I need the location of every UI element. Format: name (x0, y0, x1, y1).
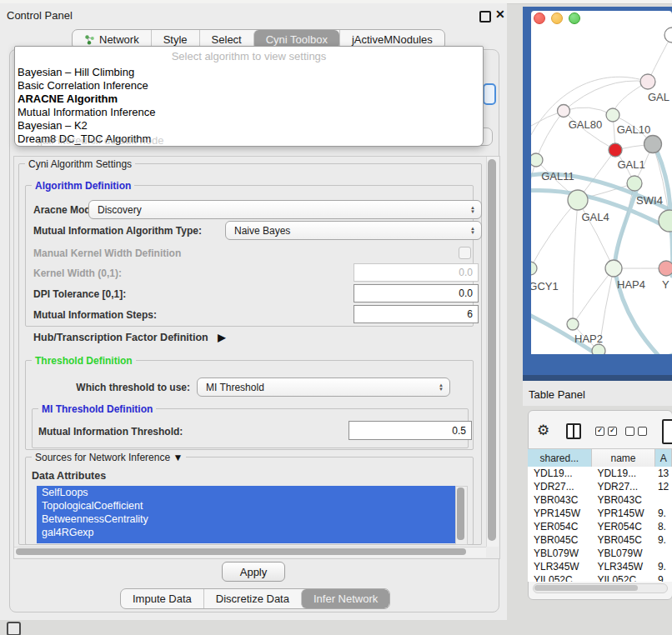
columns-icon[interactable] (566, 423, 581, 439)
algorithm-option-mutual-information-inference[interactable]: Mutual Information Inference (18, 106, 155, 119)
mi-steps-field[interactable]: 6 (354, 305, 479, 323)
close-traffic-light[interactable] (534, 12, 545, 24)
network-node-y[interactable] (659, 261, 672, 276)
apply-button[interactable]: Apply (222, 562, 285, 582)
network-node-gal80[interactable] (558, 105, 570, 118)
dpi-tolerance-field[interactable]: 0.0 (354, 284, 479, 302)
spinner-arrows-icon: ▲▼ (470, 206, 475, 214)
table-horizontal-scrollbar-thumb[interactable] (534, 585, 638, 591)
mi-algorithm-type-select[interactable]: Naive Bayes ▲▼ (225, 221, 482, 240)
show-columns-icon[interactable]: ✓✓ (595, 427, 617, 436)
attributes-list-scrollbar-thumb[interactable] (457, 488, 464, 540)
algorithm-option-bayesian-k2[interactable]: Bayesian – K2 (18, 119, 88, 132)
column-header-a[interactable]: A (655, 448, 672, 467)
hide-columns-icon[interactable] (625, 427, 647, 436)
network-node-gcy1[interactable] (531, 262, 537, 275)
algorithm-dropdown-placeholder: Select algorithm to view settings (15, 50, 483, 62)
network-node[interactable] (644, 136, 662, 153)
tab-infer-network[interactable]: Infer Network (301, 589, 389, 608)
algorithm-option-bayesian-hill-climbing[interactable]: Bayesian – Hill Climbing (18, 66, 134, 79)
node-label-gcy1: GCY1 (531, 280, 559, 292)
table-cell: 8. (655, 520, 672, 533)
dock-panel-icon[interactable] (7, 622, 21, 635)
table-cell: YDL19... (591, 467, 654, 480)
node-label-hap4: HAP4 (617, 278, 645, 291)
table-cell: YER054C (528, 520, 591, 533)
column-header-name[interactable]: name (592, 448, 656, 467)
network-icon (84, 34, 95, 45)
float-panel-icon[interactable] (479, 11, 491, 22)
network-node-swi4[interactable] (627, 176, 642, 191)
algorithm-dropdown-list: Select algorithm to view settings Bayesi… (14, 46, 484, 147)
network-node-gal4[interactable] (568, 190, 588, 210)
table-row[interactable]: YBR045CYBR045C9. (528, 533, 672, 547)
kernel-width-field[interactable]: 0.0 (354, 263, 479, 282)
expand-right-icon[interactable]: ▶ (218, 332, 225, 343)
table-mode-icon[interactable] (662, 419, 672, 444)
table-panel-title: Table Panel (529, 388, 585, 401)
close-icon[interactable]: ✕ (495, 8, 505, 21)
node-label-gal4: GAL4 (581, 211, 609, 223)
network-node-gal10[interactable] (606, 108, 619, 122)
hub-definition-toggle[interactable]: Hub/Transcription Factor Definition ▶ (33, 332, 225, 343)
data-attributes-label: Data Attributes (32, 470, 106, 482)
table-row[interactable]: YBR043CYBR043C (528, 493, 672, 507)
table-cell: YIL052C (528, 573, 591, 582)
table-cell: YBL079W (591, 547, 654, 560)
tab-discretize-data[interactable]: Discretize Data (203, 589, 301, 608)
table-row[interactable]: YPR145WYPR145W9. (528, 507, 672, 520)
spinner-arrows-icon: ▲▼ (439, 383, 444, 392)
attribute-item-gal4rgexp[interactable]: gal4RGexp (37, 526, 455, 539)
mi-threshold-field[interactable]: 0.5 (349, 421, 472, 440)
table-cell: YBR043C (528, 493, 591, 507)
zoom-traffic-light[interactable] (569, 12, 580, 24)
table-cell: YDL19... (528, 467, 591, 480)
table-cell: YIL052C (591, 573, 654, 582)
network-node-gal[interactable] (640, 74, 655, 89)
node-label-y: Y (662, 278, 669, 291)
which-threshold-value: MI Threshold (206, 382, 264, 393)
network-canvas[interactable]: GALGAL80GAL10GAL1GAL11SWI4GAL4GCY1HAP4YH… (531, 26, 672, 354)
minimize-traffic-light[interactable] (551, 12, 563, 24)
mi-threshold-definition-title: MI Threshold Definition (38, 403, 156, 415)
table-row[interactable]: YBL079WYBL079W (528, 547, 672, 560)
table-row[interactable]: YIL052CYIL052C9. (528, 573, 672, 582)
settings-horizontal-scrollbar-thumb[interactable] (16, 548, 466, 555)
tab-label: Impute Data (133, 589, 192, 608)
table-cell: 9. (655, 560, 672, 573)
table-cell: YER054C (591, 520, 654, 533)
node-label-gal11: GAL11 (541, 170, 574, 182)
column-header-shared[interactable]: shared... (528, 448, 592, 467)
manual-kernel-width-checkbox[interactable] (459, 247, 471, 259)
network-node[interactable] (592, 344, 605, 354)
threshold-definition-title: Threshold Definition (32, 355, 136, 367)
which-threshold-select[interactable]: MI Threshold ▲▼ (197, 378, 450, 397)
table-row[interactable]: YDR27...YDR27...12 (528, 480, 672, 493)
table-row[interactable]: YER054CYER054C8. (528, 520, 672, 533)
network-node-hap2[interactable] (567, 318, 579, 330)
network-node-hap4[interactable] (605, 260, 622, 277)
attribute-item-betweennesscentrality[interactable]: BetweennessCentrality (37, 512, 455, 526)
network-node-gal11[interactable] (531, 153, 543, 167)
attribute-item-topologicalcoefficient[interactable]: TopologicalCoefficient (37, 499, 455, 512)
table-cell: YLR345W (528, 560, 591, 573)
table-row[interactable]: YLR345WYLR345W9. (528, 560, 672, 573)
table-cell: YBL079W (528, 547, 591, 560)
network-node-gal1[interactable] (609, 143, 622, 157)
node-label-gal80: GAL80 (569, 118, 602, 131)
table-row[interactable]: YDL19...YDL19...13 (528, 467, 672, 480)
algorithm-option-aracne-algorithm[interactable]: ARACNE Algorithm (18, 92, 118, 106)
data-attributes-list[interactable]: SelfLoopsTopologicalCoefficientBetweenne… (37, 486, 455, 543)
gear-icon[interactable]: ⚙ (537, 422, 549, 439)
sources-title-text: Sources for Network Inference (35, 452, 170, 463)
algorithm-option-basic-correlation-inference[interactable]: Basic Correlation Inference (18, 79, 148, 92)
collapse-down-icon[interactable]: ▼ (173, 452, 183, 463)
table-cell: YPR145W (528, 507, 591, 520)
hub-definition-label: Hub/Transcription Factor Definition (33, 332, 208, 343)
tab-impute-data[interactable]: Impute Data (121, 589, 203, 608)
network-node[interactable] (664, 28, 672, 42)
settings-vertical-scrollbar-thumb[interactable] (488, 159, 496, 541)
attribute-item-selfloops[interactable]: SelfLoops (37, 486, 455, 499)
network-node[interactable] (659, 210, 672, 232)
aracne-mode-select[interactable]: Discovery ▲▼ (88, 200, 482, 219)
